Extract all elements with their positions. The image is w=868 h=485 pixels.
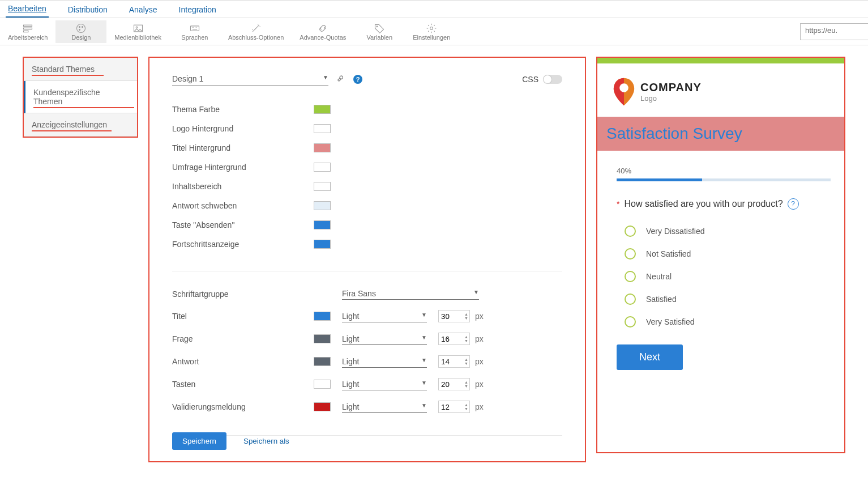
stepper-icon[interactable]: ▲▼ xyxy=(464,312,468,320)
font-color-swatch[interactable] xyxy=(314,402,331,411)
sidebar-item[interactable]: Anzeigeeinstellungen xyxy=(24,113,137,137)
save-as-button[interactable]: Speichern als xyxy=(243,437,289,445)
font-weight-select[interactable]: Light▼ xyxy=(342,378,427,390)
color-label: Fortschrittsanzeige xyxy=(172,240,314,249)
svg-rect-1 xyxy=(24,28,32,29)
font-color-swatch[interactable] xyxy=(314,312,331,321)
preview-option[interactable]: Not Satisfied xyxy=(625,242,831,265)
toolbar-chain[interactable]: Advance-Quotas xyxy=(292,20,354,43)
required-indicator: * xyxy=(617,199,619,209)
font-row-label: Tasten xyxy=(172,380,314,389)
preview-theme-bar xyxy=(597,58,844,63)
svg-rect-9 xyxy=(190,25,199,30)
help-icon[interactable]: ? xyxy=(353,75,362,84)
unit-label: px xyxy=(475,312,484,321)
toolbar-label: Abschluss-Optionen xyxy=(228,34,284,41)
font-color-swatch[interactable] xyxy=(314,357,331,366)
sidebar-item[interactable]: Standard Themes xyxy=(24,58,137,81)
unit-label: px xyxy=(475,334,484,343)
stepper-icon[interactable]: ▲▼ xyxy=(464,358,468,365)
font-weight-select[interactable]: Light▼ xyxy=(342,401,427,413)
survey-url-field[interactable]: https://eu. xyxy=(800,23,868,40)
radio-icon xyxy=(625,226,636,237)
font-color-swatch[interactable] xyxy=(314,334,331,343)
preview-option[interactable]: Neutral xyxy=(625,265,831,288)
radio-icon xyxy=(625,293,636,305)
font-weight-select[interactable]: Light▼ xyxy=(342,333,427,345)
design-sidebar: Standard ThemesKundenspezifische ThemenA… xyxy=(23,57,138,138)
sidebar-item[interactable]: Kundenspezifische Themen xyxy=(24,81,137,113)
preview-option[interactable]: Satisfied xyxy=(625,288,831,310)
tab-analyse[interactable]: Analyse xyxy=(127,2,160,18)
preview-next-button[interactable]: Next xyxy=(617,344,683,370)
radio-icon xyxy=(625,248,636,259)
radio-icon xyxy=(625,271,636,282)
toolbar-label: Advance-Quotas xyxy=(300,34,346,41)
toolbar-image[interactable]: Medienbibliothek xyxy=(106,20,169,43)
toolbar-palette[interactable]: Design xyxy=(55,20,106,43)
stepper-icon[interactable]: ▲▼ xyxy=(464,380,468,388)
toolbar-tag[interactable]: Variablen xyxy=(354,20,405,43)
preview-company-sub: Logo xyxy=(640,94,702,103)
chevron-down-icon: ▼ xyxy=(421,334,427,343)
font-row-label: Titel xyxy=(172,312,314,321)
chevron-down-icon: ▼ xyxy=(421,312,427,321)
company-pin-icon xyxy=(611,77,637,107)
chevron-down-icon: ▼ xyxy=(421,380,427,389)
toolbar-workspace[interactable]: Arbeitsbereich xyxy=(0,20,55,43)
color-swatch[interactable] xyxy=(314,163,331,172)
toolbar-label: Design xyxy=(71,34,91,41)
color-swatch[interactable] xyxy=(314,201,331,210)
css-toggle-label: CSS xyxy=(522,75,538,84)
chevron-down-icon: ▼ xyxy=(421,402,427,411)
chevron-down-icon: ▼ xyxy=(323,74,328,83)
wrench-icon[interactable] xyxy=(336,74,345,84)
svg-rect-0 xyxy=(24,25,32,27)
color-label: Thema Farbe xyxy=(172,105,314,114)
option-label: Very Dissatisfied xyxy=(646,227,704,236)
preview-option[interactable]: Very Satisfied xyxy=(625,310,831,333)
toolbar-label: Sprachen xyxy=(181,34,208,41)
theme-select-value: Design 1 xyxy=(172,74,203,83)
tab-integration[interactable]: Integration xyxy=(177,2,219,18)
toolbar-label: Arbeitsbereich xyxy=(8,34,48,41)
color-swatch[interactable] xyxy=(314,220,331,229)
font-color-swatch[interactable] xyxy=(314,380,331,389)
theme-select[interactable]: Design 1 ▼ xyxy=(172,72,328,86)
stepper-icon[interactable]: ▲▼ xyxy=(464,335,468,343)
css-toggle[interactable] xyxy=(543,75,562,84)
unit-label: px xyxy=(475,402,484,411)
font-weight-select[interactable]: Light▼ xyxy=(342,356,427,368)
font-family-select[interactable]: Fira Sans ▼ xyxy=(342,288,479,300)
stepper-icon[interactable]: ▲▼ xyxy=(464,403,468,411)
color-label: Umfrage Hintergrund xyxy=(172,163,314,172)
option-label: Not Satisfied xyxy=(646,249,691,258)
color-swatch[interactable] xyxy=(314,143,331,152)
svg-point-8 xyxy=(136,27,138,28)
tab-distribution[interactable]: Distribution xyxy=(66,2,110,18)
toolbar-wand[interactable]: Abschluss-Optionen xyxy=(220,20,292,43)
tab-bearbeiten[interactable]: Bearbeiten xyxy=(6,1,49,18)
font-family-label: Schriftartgruppe xyxy=(172,290,314,299)
color-swatch[interactable] xyxy=(314,124,331,133)
color-label: Titel Hintergrund xyxy=(172,143,314,152)
preview-option[interactable]: Very Dissatisfied xyxy=(625,220,831,242)
primary-tabs: BearbeitenDistributionAnalyseIntegration xyxy=(0,0,868,18)
svg-point-10 xyxy=(377,25,378,27)
svg-point-4 xyxy=(79,26,80,27)
save-button[interactable]: Speichern xyxy=(172,432,226,450)
svg-point-12 xyxy=(619,83,628,92)
toolbar-gear[interactable]: Einstellungen xyxy=(405,20,458,43)
color-label: Logo Hintergrund xyxy=(172,124,314,133)
color-swatch[interactable] xyxy=(314,240,331,249)
question-help-icon[interactable]: ? xyxy=(788,198,799,210)
font-row-label: Frage xyxy=(172,334,314,343)
color-swatch[interactable] xyxy=(314,105,331,114)
font-weight-select[interactable]: Light▼ xyxy=(342,310,427,322)
preview-progress-fill xyxy=(617,178,702,181)
option-label: Satisfied xyxy=(646,295,677,304)
preview-company-name: COMPANY xyxy=(640,81,702,94)
color-swatch[interactable] xyxy=(314,182,331,191)
toolbar-keyboard[interactable]: Sprachen xyxy=(169,20,220,43)
toolbar-label: Variablen xyxy=(366,34,392,41)
